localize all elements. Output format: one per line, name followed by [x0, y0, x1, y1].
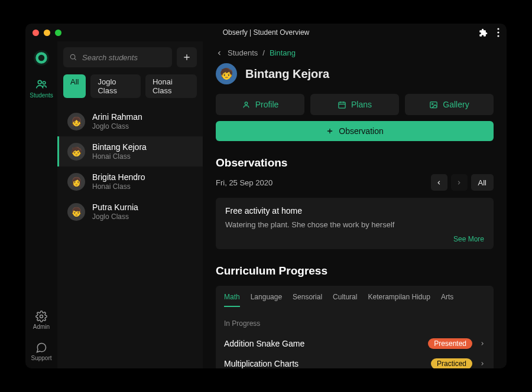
nav-students-label: Students [30, 92, 53, 99]
student-row-name: Brigita Hendro [92, 172, 145, 182]
curriculum-panel: MathLanguageSensorialCulturalKeterampila… [216, 286, 494, 368]
student-row-class: Honai Class [92, 152, 147, 161]
avatar: 👩 [67, 173, 85, 191]
avatar: 🧒 [67, 143, 85, 161]
in-progress-label: In Progress [224, 319, 485, 328]
student-avatar: 🧒 [216, 63, 237, 84]
student-row-name: Bintang Kejora [92, 142, 147, 152]
nav-support-label: Support [31, 355, 51, 361]
avatar: 👦 [67, 203, 85, 221]
svg-point-5 [38, 80, 41, 84]
breadcrumb-parent[interactable]: Students [228, 48, 258, 57]
student-list: 👧 Arini Rahman Joglo Class🧒 Bintang Kejo… [57, 106, 203, 368]
curriculum-tabs: MathLanguageSensorialCulturalKeterampila… [224, 293, 485, 308]
status-badge: Practiced [431, 358, 472, 368]
calendar-icon [338, 100, 346, 109]
curriculum-heading: Curriculum Progress [216, 264, 494, 277]
date-next-button [451, 174, 468, 191]
svg-rect-13 [339, 102, 345, 108]
tab-plans[interactable]: Plans [310, 94, 399, 115]
student-row-name: Arini Rahman [92, 112, 142, 122]
add-observation-label: Observation [339, 126, 383, 136]
tab-plans-label: Plans [351, 100, 372, 109]
observations-heading: Observations [216, 156, 494, 169]
filter-honai[interactable]: Honai Class [145, 74, 197, 98]
nav-rail: Students Admin Support [25, 41, 57, 368]
search-icon [69, 53, 77, 61]
chevron-left-icon [436, 179, 442, 186]
tab-profile-label: Profile [255, 100, 279, 109]
svg-rect-17 [430, 102, 437, 107]
curriculum-rows: Addition Snake Game Presented Multiplica… [224, 334, 485, 368]
nav-admin[interactable]: Admin [33, 311, 50, 330]
curriculum-tab[interactable]: Math [224, 293, 240, 307]
curriculum-tab[interactable]: Keterampilan Hidup [368, 293, 430, 307]
curriculum-tab[interactable]: Arts [441, 293, 453, 307]
window-title: Obserfy | Student Overview [25, 28, 507, 37]
avatar: 👧 [67, 113, 85, 130]
app-window: Obserfy | Student Overview Students Admi… [25, 24, 507, 368]
svg-line-9 [74, 58, 76, 60]
breadcrumb: Students / Bintang [216, 48, 494, 57]
nav-admin-label: Admin [33, 324, 50, 330]
search-placeholder: Search students [82, 53, 138, 62]
chevron-right-icon [479, 341, 485, 347]
curriculum-row-label: Addition Snake Game [224, 339, 428, 348]
chevron-right-icon [456, 179, 462, 186]
plus-icon [326, 127, 334, 135]
curriculum-tab[interactable]: Language [251, 293, 282, 307]
student-row[interactable]: 👦 Putra Kurnia Joglo Class [57, 197, 203, 227]
status-badge: Presented [428, 338, 472, 349]
date-prev-button[interactable] [431, 174, 447, 191]
student-row-class: Joglo Class [92, 122, 142, 130]
curriculum-tab[interactable]: Sensorial [293, 293, 322, 307]
search-input[interactable]: Search students [63, 47, 172, 67]
nav-students[interactable]: Students [30, 78, 53, 99]
user-icon [242, 100, 251, 109]
add-observation-button[interactable]: Observation [216, 121, 494, 141]
breadcrumb-current: Bintang [270, 48, 296, 57]
chevron-right-icon [479, 361, 485, 367]
observations-date: Fri, 25 Sep 2020 [216, 178, 273, 187]
student-row-name: Putra Kurnia [92, 202, 138, 212]
svg-point-12 [245, 102, 247, 104]
tab-gallery[interactable]: Gallery [405, 94, 494, 115]
student-row[interactable]: 👧 Arini Rahman Joglo Class [57, 106, 203, 136]
filter-joglo[interactable]: Joglo Class [90, 74, 140, 98]
student-list-panel: Search students All Joglo Class Honai Cl… [57, 41, 203, 368]
nav-support[interactable]: Support [31, 342, 51, 361]
tab-profile[interactable]: Profile [216, 94, 304, 115]
curriculum-tab[interactable]: Cultural [333, 293, 357, 307]
app-logo[interactable] [33, 50, 50, 66]
image-icon [429, 100, 438, 109]
observation-more-link[interactable]: See More [225, 235, 484, 243]
student-row-class: Joglo Class [92, 213, 138, 221]
titlebar: Obserfy | Student Overview [25, 24, 507, 41]
svg-point-18 [432, 103, 433, 104]
main-content: Students / Bintang 🧒 Bintang Kejora Prof… [203, 41, 507, 368]
filter-all[interactable]: All [63, 74, 86, 98]
curriculum-row-label: Multiplication Charts [224, 359, 431, 368]
student-row[interactable]: 🧒 Bintang Kejora Honai Class [57, 136, 203, 166]
student-row-class: Honai Class [92, 182, 145, 191]
curriculum-row[interactable]: Addition Snake Game Presented [224, 334, 485, 354]
add-student-button[interactable] [177, 47, 197, 67]
svg-point-8 [70, 54, 75, 59]
class-filters: All Joglo Class Honai Class [57, 74, 203, 106]
student-name: Bintang Kejora [245, 67, 329, 81]
plus-icon [182, 53, 192, 62]
observations-all-button[interactable]: All [471, 174, 494, 191]
svg-point-6 [43, 81, 46, 84]
observation-card[interactable]: Free activity at home Watering the plant… [216, 198, 494, 249]
tab-gallery-label: Gallery [443, 100, 469, 109]
svg-point-7 [40, 315, 43, 318]
chevron-left-icon[interactable] [216, 50, 223, 57]
curriculum-row[interactable]: Multiplication Charts Practiced [224, 354, 485, 368]
observation-title: Free activity at home [225, 206, 484, 215]
observation-body: Watering the plant. She chose the work b… [225, 220, 484, 229]
student-row[interactable]: 👩 Brigita Hendro Honai Class [57, 166, 203, 197]
